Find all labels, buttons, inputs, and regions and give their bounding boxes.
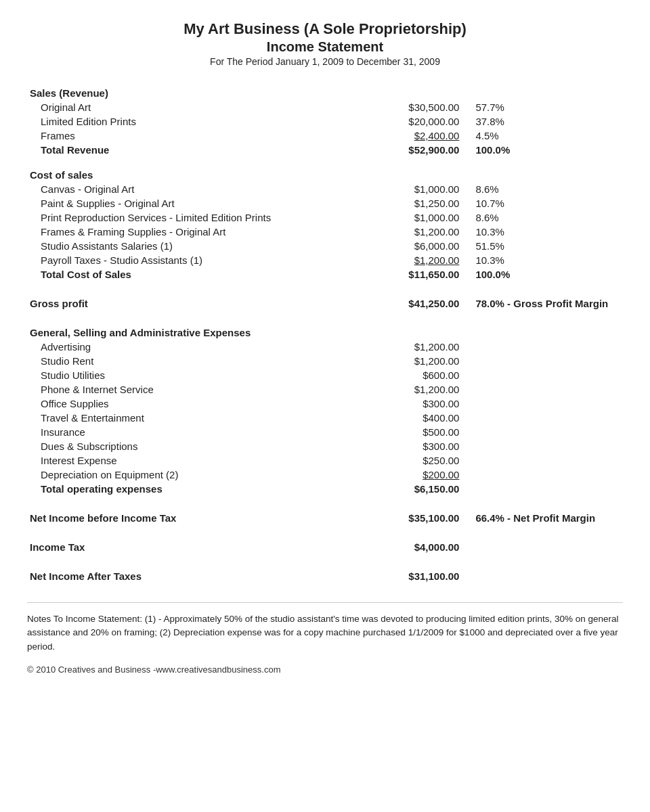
- opex-item-label-7: Dues & Subscriptions: [27, 439, 355, 453]
- cos-item-amount-3: $1,200.00: [355, 225, 462, 239]
- sales-item-label-2: Frames: [27, 129, 355, 143]
- cos-item-amount-2: $1,000.00: [355, 210, 462, 225]
- table-row: Frames & Framing Supplies - Original Art…: [27, 225, 623, 239]
- total-cos-row: Total Cost of Sales $11,650.00 100.0%: [27, 267, 623, 281]
- opex-item-amount-2: $600.00: [355, 368, 462, 382]
- total-cos-pct: 100.0%: [462, 267, 623, 281]
- sales-item-amount-1: $20,000.00: [355, 114, 462, 129]
- opex-item-amount-1: $1,200.00: [355, 354, 462, 368]
- cos-item-label-2: Print Reproduction Services - Limited Ed…: [27, 210, 355, 225]
- sales-item-label-0: Original Art: [27, 100, 355, 114]
- net-income-after-tax-amount: $31,100.00: [355, 569, 462, 583]
- opex-item-label-8: Interest Expense: [27, 453, 355, 468]
- opex-item-amount-4: $300.00: [355, 397, 462, 411]
- footer-text: © 2010 Creatives and Business -www.creat…: [27, 664, 280, 675]
- report-period: For The Period January 1, 2009 to Decemb…: [27, 56, 623, 67]
- sales-item-pct-0: 57.7%: [462, 100, 623, 114]
- opex-item-label-6: Insurance: [27, 425, 355, 439]
- net-income-before-tax-amount: $35,100.00: [355, 511, 462, 525]
- sales-item-amount-0: $30,500.00: [355, 100, 462, 114]
- table-row: Studio Rent $1,200.00: [27, 354, 623, 368]
- income-tax-amount: $4,000.00: [355, 540, 462, 554]
- cos-item-label-4: Studio Assistants Salaries (1): [27, 239, 355, 253]
- opex-item-amount-6: $500.00: [355, 425, 462, 439]
- table-row: Original Art $30,500.00 57.7%: [27, 100, 623, 114]
- total-opex-amount: $6,150.00: [355, 482, 462, 496]
- opex-item-amount-7: $300.00: [355, 439, 462, 453]
- notes-section: Notes To Income Statement: (1) - Approxi…: [27, 602, 623, 654]
- cos-item-label-0: Canvas - Original Art: [27, 182, 355, 196]
- total-cos-label: Total Cost of Sales: [27, 267, 355, 281]
- cos-item-amount-5: $1,200.00: [355, 253, 462, 267]
- sales-item-label-1: Limited Edition Prints: [27, 114, 355, 129]
- cos-item-pct-1: 10.7%: [462, 196, 623, 210]
- report-title: Income Statement: [27, 39, 623, 55]
- opex-item-label-2: Studio Utilities: [27, 368, 355, 382]
- cos-item-label-5: Payroll Taxes - Studio Assistants (1): [27, 253, 355, 267]
- table-row: Insurance $500.00: [27, 425, 623, 439]
- income-tax-row: Income Tax $4,000.00: [27, 540, 623, 554]
- table-row: Canvas - Original Art $1,000.00 8.6%: [27, 182, 623, 196]
- opex-item-label-5: Travel & Entertainment: [27, 411, 355, 425]
- gross-profit-amount: $41,250.00: [355, 296, 462, 311]
- opex-item-amount-9: $200.00: [355, 468, 462, 482]
- opex-item-label-0: Advertising: [27, 340, 355, 354]
- gross-profit-label: Gross profit: [27, 296, 355, 311]
- net-income-after-tax-row: Net Income After Taxes $31,100.00: [27, 569, 623, 583]
- opex-item-label-3: Phone & Internet Service: [27, 382, 355, 397]
- company-name: My Art Business (A Sole Proprietorship): [27, 20, 623, 38]
- gross-profit-note: 78.0% - Gross Profit Margin: [462, 296, 623, 311]
- notes-text: Notes To Income Statement: (1) - Approxi…: [27, 614, 619, 652]
- cos-item-pct-5: 10.3%: [462, 253, 623, 267]
- total-opex-row: Total operating expenses $6,150.00: [27, 482, 623, 496]
- cos-item-amount-4: $6,000.00: [355, 239, 462, 253]
- cos-item-amount-1: $1,250.00: [355, 196, 462, 210]
- table-row: Limited Edition Prints $20,000.00 37.8%: [27, 114, 623, 129]
- cos-item-amount-0: $1,000.00: [355, 182, 462, 196]
- report-header: My Art Business (A Sole Proprietorship) …: [27, 20, 623, 67]
- net-income-before-tax-note: 66.4% - Net Profit Margin: [462, 511, 623, 525]
- table-row: Dues & Subscriptions $300.00: [27, 439, 623, 453]
- table-row: Depreciation on Equipment (2) $200.00: [27, 468, 623, 482]
- total-revenue-pct: 100.0%: [462, 143, 623, 157]
- cos-item-label-3: Frames & Framing Supplies - Original Art: [27, 225, 355, 239]
- cos-item-pct-0: 8.6%: [462, 182, 623, 196]
- opex-item-label-9: Depreciation on Equipment (2): [27, 468, 355, 482]
- total-revenue-row: Total Revenue $52,900.00 100.0%: [27, 143, 623, 157]
- opex-item-amount-8: $250.00: [355, 453, 462, 468]
- sales-item-amount-2: $2,400.00: [355, 129, 462, 143]
- net-income-after-tax-label: Net Income After Taxes: [27, 569, 355, 583]
- gross-profit-row: Gross profit $41,250.00 78.0% - Gross Pr…: [27, 296, 623, 311]
- total-opex-label: Total operating expenses: [27, 482, 355, 496]
- table-row: Interest Expense $250.00: [27, 453, 623, 468]
- table-row: Advertising $1,200.00: [27, 340, 623, 354]
- net-income-before-tax-row: Net Income before Income Tax $35,100.00 …: [27, 511, 623, 525]
- cos-section-header: Cost of sales: [27, 168, 623, 182]
- table-row: Paint & Supplies - Original Art $1,250.0…: [27, 196, 623, 210]
- income-tax-label: Income Tax: [27, 540, 355, 554]
- cos-item-pct-4: 51.5%: [462, 239, 623, 253]
- opex-item-label-4: Office Supplies: [27, 397, 355, 411]
- table-row: Frames $2,400.00 4.5%: [27, 129, 623, 143]
- opex-item-amount-5: $400.00: [355, 411, 462, 425]
- table-row: Phone & Internet Service $1,200.00: [27, 382, 623, 397]
- table-row: Office Supplies $300.00: [27, 397, 623, 411]
- footer: © 2010 Creatives and Business -www.creat…: [27, 664, 623, 675]
- opex-item-amount-0: $1,200.00: [355, 340, 462, 354]
- cos-item-pct-3: 10.3%: [462, 225, 623, 239]
- cos-item-label-1: Paint & Supplies - Original Art: [27, 196, 355, 210]
- table-row: Travel & Entertainment $400.00: [27, 411, 623, 425]
- table-row: Payroll Taxes - Studio Assistants (1) $1…: [27, 253, 623, 267]
- net-income-before-tax-label: Net Income before Income Tax: [27, 511, 355, 525]
- table-row: Print Reproduction Services - Limited Ed…: [27, 210, 623, 225]
- opex-item-amount-3: $1,200.00: [355, 382, 462, 397]
- sales-section-header: Sales (Revenue): [27, 86, 623, 100]
- total-revenue-amount: $52,900.00: [355, 143, 462, 157]
- total-revenue-label: Total Revenue: [27, 143, 355, 157]
- table-row: Studio Assistants Salaries (1) $6,000.00…: [27, 239, 623, 253]
- opex-section-header: General, Selling and Administrative Expe…: [27, 325, 623, 340]
- sales-item-pct-1: 37.8%: [462, 114, 623, 129]
- total-cos-amount: $11,650.00: [355, 267, 462, 281]
- opex-item-label-1: Studio Rent: [27, 354, 355, 368]
- sales-item-pct-2: 4.5%: [462, 129, 623, 143]
